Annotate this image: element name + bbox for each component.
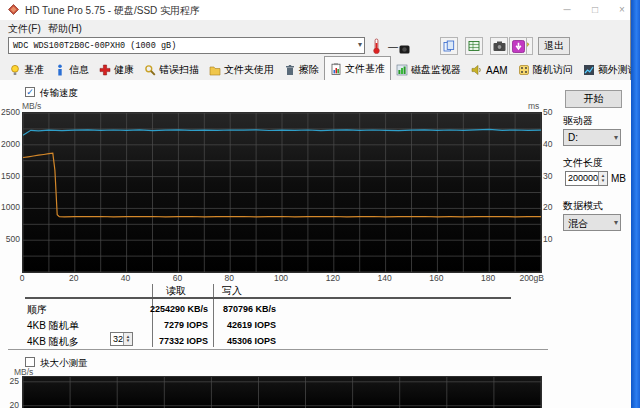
row-label-sequential: 顺序 [27, 303, 47, 317]
data-mode-value: 混合 [568, 217, 588, 231]
rand-single-write-value: 42619 IOPS [216, 320, 276, 330]
data-mode-label: 数据模式 [563, 199, 603, 213]
health-cross-icon [99, 64, 111, 76]
rand-multi-write-value: 45306 IOPS [216, 336, 276, 346]
file-length-value: 200000 [566, 173, 598, 183]
drive-label: 驱动器 [563, 114, 593, 128]
copy-text-button[interactable] [440, 37, 458, 55]
seq-write-value: 870796 KB/s [216, 304, 276, 314]
maximize-button[interactable]: □ [584, 2, 606, 18]
x-tick: 80 [214, 273, 244, 283]
x-tick: 140 [370, 273, 400, 283]
col-header-read: 读取 [166, 284, 186, 298]
y-right-tick: 30 [543, 171, 561, 181]
y-left-tick: 2500 [0, 107, 20, 117]
trash-icon [284, 64, 296, 76]
menu-file[interactable]: 文件(F) [4, 22, 45, 36]
x-end-tick: 200gB [512, 273, 544, 283]
menu-help[interactable]: 帮助(H) [44, 22, 86, 36]
tab-monitor-chart[interactable]: 磁盘监视器 [391, 60, 466, 80]
download-button[interactable] [509, 37, 527, 55]
y-left-tick: 1500 [0, 171, 20, 181]
y-right-tick: 20 [543, 202, 561, 212]
rand-multi-read-value: 77332 IOPS [118, 336, 208, 346]
y-left-tick: 2000 [0, 139, 20, 149]
target-drive-select[interactable]: D: ▾ [563, 129, 621, 146]
x-tick: 100 [266, 273, 296, 283]
x-tick: 0 [7, 273, 37, 283]
tab-label: 文件夹使用 [224, 63, 274, 77]
info-icon [54, 64, 66, 76]
x-tick: 60 [162, 273, 192, 283]
tab-bulb[interactable]: 基准 [4, 60, 49, 80]
chevron-down-icon: ▾ [614, 218, 618, 227]
block-y-tick: 20 [0, 400, 19, 408]
tab-health-cross[interactable]: 健康 [94, 60, 139, 80]
tab-label: AAM [486, 65, 508, 76]
bulb-icon [9, 64, 21, 76]
drive-select-value: WDC WDS100T2B0C-00PXH0 (1000 gB) [13, 41, 176, 51]
thermometer-icon [372, 38, 381, 58]
tab-label: 磁盘监视器 [411, 63, 461, 77]
x-tick: 40 [111, 273, 141, 283]
screenshot-button[interactable] [490, 37, 508, 55]
target-drive-value: D: [568, 132, 578, 143]
temperature-value: — [388, 41, 398, 52]
row-label-4k-single: 4KB 随机单 [27, 319, 79, 333]
tab-speaker[interactable]: AAM [466, 60, 513, 80]
seq-read-value: 2254290 KB/s [118, 304, 208, 314]
file-length-stepper[interactable]: 200000 ▲▼ [565, 171, 608, 186]
transfer-speed-chart [22, 112, 542, 273]
y-right-tick: 50 [543, 107, 561, 117]
camera-icon [493, 40, 506, 52]
download-icon [512, 40, 525, 53]
chevron-down-icon: ▾ [614, 133, 618, 142]
stepper-arrows[interactable]: ▲▼ [598, 172, 607, 185]
tab-dice[interactable]: 随机访问 [513, 60, 578, 80]
file-chart-icon [330, 63, 342, 75]
data-mode-select[interactable]: 混合 ▾ [563, 214, 621, 231]
copy-icon [443, 40, 455, 52]
folder-icon [209, 64, 221, 76]
x-tick: 160 [421, 273, 451, 283]
start-button[interactable]: 开始 [565, 90, 622, 108]
block-size-checkbox[interactable] [25, 357, 35, 367]
drive-select[interactable]: WDC WDS100T2B0C-00PXH0 (1000 gB) ▾ [8, 37, 365, 54]
tab-folder[interactable]: 文件夹使用 [204, 60, 279, 80]
minimize-button[interactable]: ─ [556, 2, 578, 18]
desktop-wallpaper [631, 0, 640, 408]
copy-table-button[interactable] [465, 37, 483, 55]
x-tick: 20 [59, 273, 89, 283]
window-title: HD Tune Pro 5.75 - 硬盘/SSD 实用程序 [25, 4, 200, 18]
transfer-speed-checkbox[interactable]: ✓ [25, 87, 35, 97]
tab-label: 文件基准 [345, 62, 385, 76]
table-rule [25, 297, 511, 299]
dice-icon [518, 64, 530, 76]
menubar: 文件(F) 帮助(H) [0, 20, 630, 36]
tab-label: 基准 [24, 63, 44, 77]
tab-label: 错误扫描 [159, 63, 199, 77]
file-length-unit: MB [611, 173, 626, 184]
y-left-unit: MB/s [22, 101, 41, 111]
x-tick: 180 [473, 273, 503, 283]
exit-button[interactable]: 退出 [538, 37, 570, 55]
speaker-icon [471, 64, 483, 76]
y-right-unit: ms [528, 101, 539, 111]
transfer-speed-label: 传输速度 [40, 87, 78, 100]
block-size-chart [22, 376, 542, 408]
row-label-4k-multi: 4KB 随机多 [27, 335, 79, 349]
toolbar: WDC WDS100T2B0C-00PXH0 (1000 gB) ▾ — [0, 36, 630, 57]
tab-file-chart[interactable]: 文件基准 [324, 56, 391, 80]
magnifier-icon [144, 64, 156, 76]
tab-magnifier[interactable]: 错误扫描 [139, 60, 204, 80]
col-header-write: 写入 [222, 284, 242, 298]
close-button[interactable]: × [611, 2, 633, 18]
tabbar: 基准信息健康错误扫描文件夹使用擦除文件基准磁盘监视器AAM随机访问额外测试 [4, 56, 640, 80]
tab-label: 擦除 [299, 63, 319, 77]
table-rule-bottom [8, 349, 548, 350]
tab-info[interactable]: 信息 [49, 60, 94, 80]
spreadsheet-icon [468, 40, 480, 52]
tab-trash[interactable]: 擦除 [279, 60, 324, 80]
tab-label: 随机访问 [533, 63, 573, 77]
table-separator [213, 284, 214, 347]
